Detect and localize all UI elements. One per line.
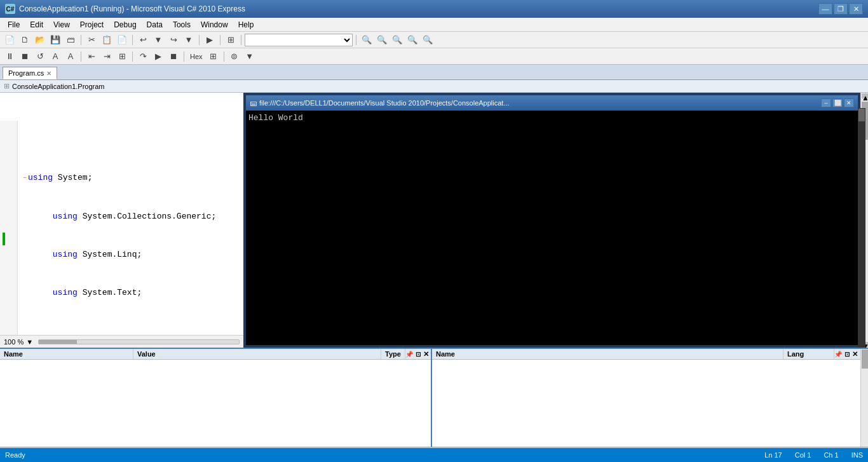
tab-program-cs[interactable]: Program.cs ✕ — [3, 67, 57, 79]
sep5 — [241, 35, 241, 45]
new-project-btn[interactable]: 📄 — [3, 34, 17, 46]
callstack-body — [432, 360, 860, 447]
status-ch: Ch 1 — [824, 451, 838, 459]
dbg-btn3[interactable]: ⊞ — [115, 50, 129, 63]
continue-btn[interactable]: ▶ — [151, 50, 165, 63]
open-btn[interactable]: 📂 — [33, 34, 47, 46]
locals-dock-icon[interactable]: ⊡ — [416, 351, 421, 358]
menu-tools[interactable]: Tools — [168, 18, 196, 31]
locals-panel: Name Value Type 📌 ⊡ ✕ — [0, 349, 432, 447]
dsep1 — [81, 51, 81, 62]
locals-type-header: Type — [381, 349, 405, 359]
callstack-panel: Name Lang 📌 ⊡ ✕ — [432, 349, 860, 447]
undo-drop-btn[interactable]: ▼ — [151, 34, 165, 46]
menu-view[interactable]: View — [48, 18, 75, 31]
font-decrease-btn[interactable]: A — [64, 50, 78, 63]
console-window: 🖴 file:///C:/Users/DELL1/Documents/Visua… — [246, 95, 858, 345]
console-restore-btn[interactable]: ⬜ — [832, 99, 843, 107]
callstack-lang-header: Lang — [783, 349, 834, 359]
line-gutter — [0, 121, 18, 335]
find3-btn[interactable]: 🔍 — [390, 34, 404, 46]
find-btn[interactable]: 🔍 — [360, 34, 374, 46]
execution-indicator — [3, 233, 5, 245]
sep3 — [199, 35, 200, 45]
code-editor[interactable]: −using System; using System.Collections.… — [0, 93, 243, 335]
code-line-1: −using System; — [20, 172, 241, 185]
font-size-btn[interactable]: A — [48, 50, 62, 63]
run-btn[interactable]: ▶ — [203, 34, 217, 46]
breadcrumb-icon: ⊞ — [4, 82, 10, 90]
debug-restart-btn[interactable]: ↺ — [33, 50, 47, 63]
menu-data[interactable]: Data — [142, 18, 168, 31]
callstack-name-header: Name — [432, 349, 783, 359]
copy-btn[interactable]: 📋 — [100, 34, 114, 46]
horiz-scrollbar-thumb[interactable] — [39, 340, 77, 344]
save-all-btn[interactable]: 🗃 — [64, 34, 78, 46]
status-col: Col 1 — [795, 451, 811, 459]
close-button[interactable]: ✕ — [849, 3, 863, 15]
console-titlebar: 🖴 file:///C:/Users/DELL1/Documents/Visua… — [246, 95, 858, 111]
console-vscroll[interactable] — [858, 108, 865, 348]
console-icon: 🖴 — [250, 99, 257, 107]
toolbar2: ⏸ ⏹ ↺ A A ⇤ ⇥ ⊞ ↷ ▶ ⏹ Hex ⊞ ⊚ ▼ — [0, 48, 868, 65]
bottom-vscroll[interactable] — [860, 349, 868, 447]
attach-btn[interactable]: ⊞ — [224, 34, 238, 46]
debug-stop-btn[interactable]: ⏹ — [18, 50, 32, 63]
minimize-button[interactable]: — — [818, 3, 832, 15]
tab-close-btn[interactable]: ✕ — [46, 70, 51, 77]
menu-file[interactable]: File — [3, 18, 25, 31]
cs-dock-icon[interactable]: ⊡ — [844, 351, 850, 358]
scroll-up-arrow[interactable]: ▲ — [862, 93, 868, 99]
restore-button[interactable]: ❒ — [834, 3, 848, 15]
status-bar: Ready Ln 17 Col 1 Ch 1 INS — [0, 448, 868, 462]
title-bar: C# ConsoleApplication1 (Running) - Micro… — [0, 0, 868, 18]
window-title: ConsoleApplication1 (Running) - Microsof… — [19, 4, 245, 13]
status-ready: Ready — [5, 451, 25, 459]
locals-close-icon[interactable]: ✕ — [423, 350, 429, 358]
menu-edit[interactable]: Edit — [25, 18, 48, 31]
console-minimize-btn[interactable]: – — [821, 99, 831, 107]
stop-debug-btn[interactable]: ⏹ — [166, 50, 180, 63]
editor-panel: −using System; using System.Collections.… — [0, 93, 243, 348]
redo-btn[interactable]: ↪ — [166, 34, 180, 46]
cs-pin-icon[interactable]: 📌 — [834, 351, 842, 358]
cs-close-icon[interactable]: ✕ — [852, 350, 858, 358]
find2-btn[interactable]: 🔍 — [375, 34, 389, 46]
bkpt-btn[interactable]: ⊚ — [227, 50, 241, 63]
locals-value-header: Value — [133, 349, 381, 359]
code-line-5 — [20, 325, 241, 335]
save-btn[interactable]: 💾 — [48, 34, 62, 46]
step-over-btn[interactable]: ↷ — [136, 50, 150, 63]
code-line-4: using System.Text; — [20, 287, 241, 299]
outdent-btn[interactable]: ⇥ — [100, 50, 114, 63]
find5-btn[interactable]: 🔍 — [421, 34, 435, 46]
indent-btn[interactable]: ⇤ — [85, 50, 98, 63]
bottom-scroll-thumb[interactable] — [862, 350, 868, 369]
undo-btn[interactable]: ↩ — [136, 34, 150, 46]
menu-window[interactable]: Window — [196, 18, 233, 31]
console-close-btn[interactable]: ✕ — [844, 99, 854, 107]
add-item-btn[interactable]: 🗋 — [18, 34, 32, 46]
cut-btn[interactable]: ✂ — [85, 34, 98, 46]
hex-btn[interactable]: ⊞ — [207, 50, 220, 63]
redo-drop-btn[interactable]: ▼ — [182, 34, 196, 46]
code-line-2: using System.Collections.Generic; — [20, 210, 241, 223]
status-ins: INS — [851, 451, 863, 459]
menu-project[interactable]: Project — [75, 18, 109, 31]
target-dropdown[interactable] — [245, 34, 353, 46]
menu-debug[interactable]: Debug — [109, 18, 141, 31]
menu-help[interactable]: Help — [233, 18, 259, 31]
code-line-3: using System.Linq; — [20, 248, 241, 261]
zoom-level: 100 % — [4, 338, 24, 346]
locals-pin-icon[interactable]: 📌 — [405, 351, 413, 358]
find4-btn[interactable]: 🔍 — [405, 34, 419, 46]
zoom-dropdown-icon[interactable]: ▼ — [26, 338, 33, 346]
console-output: Hello World — [246, 111, 858, 345]
console-wrapper: 🖴 file:///C:/Users/DELL1/Documents/Visua… — [243, 93, 860, 348]
dsep4 — [224, 51, 224, 62]
paste-btn[interactable]: 📄 — [115, 34, 129, 46]
debug-break-btn[interactable]: ⏸ — [3, 50, 17, 63]
console-scroll-thumb[interactable] — [858, 109, 865, 121]
dbg-drop-btn[interactable]: ▼ — [243, 50, 257, 63]
dsep3 — [184, 51, 184, 62]
